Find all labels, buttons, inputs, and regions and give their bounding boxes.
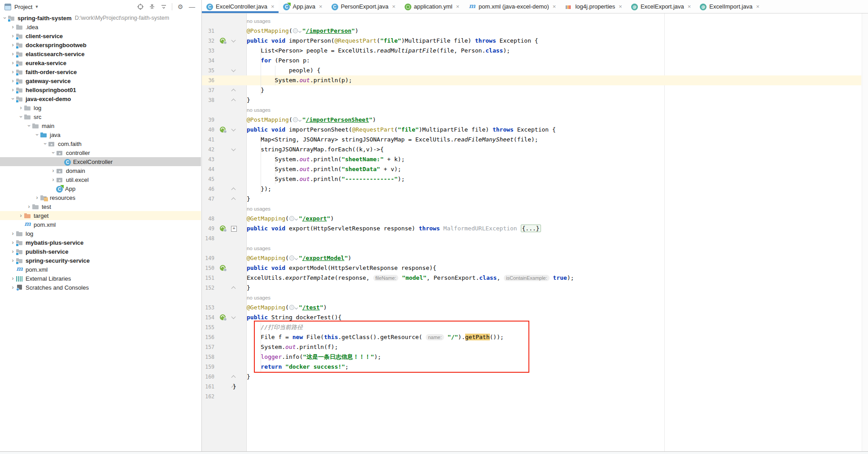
code-text[interactable]: System.out.println("--------------");	[247, 174, 405, 184]
fold-marker-icon[interactable]	[231, 372, 237, 382]
folded-region[interactable]: {...}	[521, 225, 541, 232]
request-mapping-icon[interactable]	[289, 305, 294, 310]
tree-item-mybatis-plus-service[interactable]: ›mybatis-plus-service	[0, 238, 201, 247]
close-icon[interactable]: ×	[553, 3, 556, 10]
code-line-36[interactable]: 36 System.out.println(p);	[202, 75, 861, 85]
code-line-37[interactable]: 37 }	[202, 85, 861, 95]
code-text[interactable]: people) {	[247, 66, 320, 75]
code-text[interactable]: }	[247, 194, 250, 204]
close-icon[interactable]: ×	[456, 3, 460, 10]
code-text[interactable]: }	[247, 85, 264, 95]
tree-item-domain[interactable]: ›domain	[0, 166, 201, 175]
code-text[interactable]: }	[247, 372, 250, 382]
tree-chevron-icon[interactable]: ›	[2, 15, 8, 21]
code-line-149[interactable]: 149@GetMapping("/exportModel")	[202, 253, 861, 263]
tree-chevron-icon[interactable]: ›	[10, 60, 16, 66]
fold-marker-icon[interactable]	[231, 125, 237, 135]
tree-chevron-icon[interactable]: ›	[10, 33, 16, 39]
spring-mapping-gutter-icon[interactable]	[220, 265, 226, 271]
tree-item-spring-security-service[interactable]: ›spring-security-service	[0, 256, 201, 265]
tree-item-external-libraries[interactable]: ›External Libraries	[0, 274, 201, 283]
tree-item-hellospringboot01[interactable]: ›hellospringboot01	[0, 85, 201, 94]
tree-chevron-icon[interactable]: ›	[10, 96, 16, 102]
code-line-42[interactable]: 42 stringJSONArrayMap.forEach((k,v)->{	[202, 145, 861, 154]
tree-chevron-icon[interactable]: ›	[50, 176, 56, 183]
tree-chevron-icon[interactable]: ›	[10, 42, 16, 48]
code-text[interactable]: }	[247, 95, 250, 105]
close-icon[interactable]: ×	[688, 3, 691, 10]
tree-chevron-icon[interactable]: ›	[10, 69, 16, 75]
code-line-160[interactable]: 160}	[202, 372, 861, 382]
close-icon[interactable]: ×	[319, 3, 323, 10]
fold-marker-icon[interactable]	[231, 313, 237, 322]
tree-item-target[interactable]: ›target	[0, 211, 201, 220]
spring-mapping-gutter-icon[interactable]	[220, 225, 226, 231]
tree-item-faith-order-service[interactable]: ›faith-order-service	[0, 67, 201, 76]
tree-item-client-service[interactable]: ›client-service	[0, 31, 201, 40]
code-line-41[interactable]: 41 Map<String, JSONArray> stringJSONArra…	[202, 135, 861, 145]
usages-inlay-hint[interactable]: no usages	[202, 16, 861, 26]
tree-item-log[interactable]: ›log	[0, 103, 201, 112]
tree-chevron-icon[interactable]: ›	[26, 203, 32, 210]
tree-chevron-icon[interactable]: ›	[10, 24, 16, 30]
tree-chevron-icon[interactable]: ›	[42, 141, 48, 147]
chevron-down-icon[interactable]: ▼	[35, 4, 39, 9]
tree-chevron-icon[interactable]: ›	[10, 248, 16, 255]
tab-personexport-java[interactable]: PersonExport.java×	[327, 0, 400, 13]
tree-chevron-icon[interactable]: ›	[10, 51, 16, 57]
spring-mapping-gutter-icon[interactable]	[220, 314, 226, 320]
code-line-150[interactable]: 150public void exportModel(HttpServletRe…	[202, 263, 861, 273]
code-text[interactable]: public void importPerson(@RequestPart("f…	[247, 36, 538, 46]
tree-item-src[interactable]: ›src	[0, 112, 201, 121]
code-text[interactable]: System.out.println(p);	[247, 75, 352, 85]
tree-chevron-icon[interactable]: ›	[18, 212, 24, 219]
code-text[interactable]: List<Person> people = ExcelUtils.readMul…	[247, 46, 510, 56]
tree-item-publish-service[interactable]: ›publish-service	[0, 247, 201, 256]
tree-item-pom-xml[interactable]: pom.xml	[0, 265, 201, 274]
code-text[interactable]: ExcelUtils.exportTemplate(response, file…	[247, 273, 574, 283]
request-mapping-icon[interactable]	[289, 256, 294, 260]
tab-app-java[interactable]: App.java×	[279, 0, 327, 13]
code-line-34[interactable]: 34 for (Person p:	[202, 56, 861, 66]
tree-chevron-icon[interactable]: ›	[50, 167, 56, 174]
tree-chevron-icon[interactable]: ›	[34, 194, 40, 201]
code-line-31[interactable]: 31@PostMapping("/importPerson")	[202, 26, 861, 36]
tree-item-scratches-and-consoles[interactable]: ›Scratches and Consoles	[0, 283, 201, 292]
tree-item-gateway-service[interactable]: ›gateway-service	[0, 76, 201, 85]
tree-item-excelcontroller[interactable]: ExcelController	[0, 157, 201, 166]
code-text[interactable]: public void exportModel(HttpServletRespo…	[247, 263, 436, 273]
fold-marker-icon[interactable]	[231, 283, 237, 293]
code-text[interactable]: Map<String, JSONArray> stringJSONArrayMa…	[247, 135, 538, 145]
tab-excelcontroller-java[interactable]: ExcelController.java×	[202, 0, 279, 13]
usages-inlay-hint[interactable]: no usages	[202, 105, 861, 115]
tree-chevron-icon[interactable]: ›	[10, 78, 16, 84]
request-mapping-icon[interactable]	[293, 28, 298, 33]
code-line-38[interactable]: 38}	[202, 95, 861, 105]
code-line-44[interactable]: 44 System.out.println("sheetData" + v);	[202, 164, 861, 174]
error-stripe-scrollbar[interactable]	[862, 13, 868, 451]
tree-chevron-icon[interactable]: ›	[10, 284, 16, 291]
tree-item-test[interactable]: ›test	[0, 202, 201, 211]
tree-item-resources[interactable]: ›resources	[0, 193, 201, 202]
usages-inlay-hint[interactable]: no usages	[202, 204, 861, 214]
tree-item-eureka-service[interactable]: ›eureka-service	[0, 58, 201, 67]
code-text[interactable]: stringJSONArrayMap.forEach((k,v)->{	[247, 145, 384, 154]
tab-excelimport-java[interactable]: ExcelImport.java×	[695, 0, 764, 13]
tab-pom-xml-java-excel-demo[interactable]: pom.xml (java-excel-demo)×	[464, 0, 560, 13]
close-icon[interactable]: ×	[756, 3, 759, 10]
tree-item-java-excel-demo[interactable]: ›java-excel-demo	[0, 94, 201, 103]
fold-marker-icon[interactable]	[231, 95, 237, 105]
fold-marker-icon[interactable]	[231, 224, 237, 234]
project-view-selector[interactable]: Project	[14, 4, 32, 10]
code-text[interactable]: public void importPersonSheet(@RequestPa…	[247, 125, 556, 135]
spring-mapping-gutter-icon[interactable]	[220, 127, 226, 132]
tree-item-util-excel[interactable]: ›util.excel	[0, 175, 201, 184]
tree-chevron-icon[interactable]: ›	[18, 114, 24, 120]
tab-excelexport-java[interactable]: ExcelExport.java×	[627, 0, 695, 13]
code-line-45[interactable]: 45 System.out.println("--------------");	[202, 174, 861, 184]
tree-item-dockerspringbootweb[interactable]: ›dockerspringbootweb	[0, 40, 201, 49]
request-mapping-icon[interactable]	[289, 216, 294, 221]
code-line-151[interactable]: 151ExcelUtils.exportTemplate(response, f…	[202, 273, 861, 283]
tab-log4j-properties[interactable]: log4j.properties×	[560, 0, 626, 13]
tree-item-elasticsearch-service[interactable]: ›elasticsearch-service	[0, 49, 201, 58]
